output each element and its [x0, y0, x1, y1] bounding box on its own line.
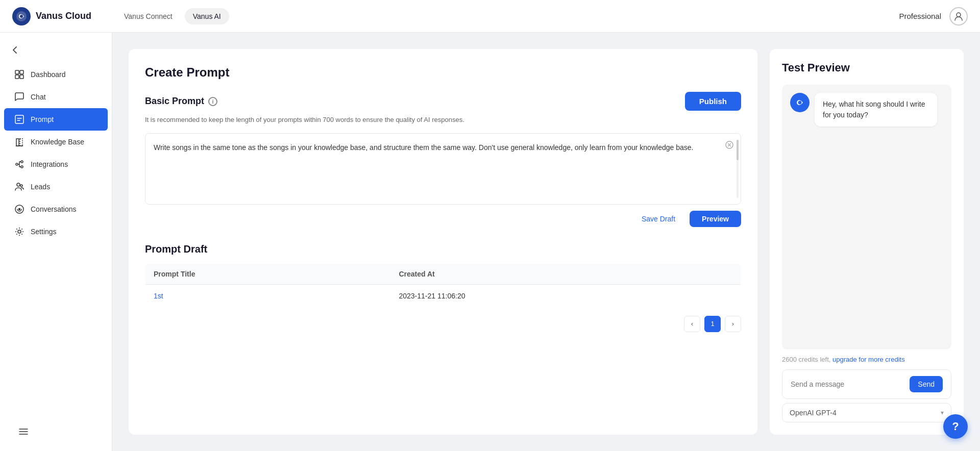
save-draft-button[interactable]: Save Draft — [633, 211, 683, 227]
bot-avatar — [790, 93, 810, 112]
svg-point-12 — [20, 185, 22, 187]
sidebar-item-settings[interactable]: Settings — [4, 220, 108, 243]
textarea-actions: Save Draft Preview — [145, 211, 741, 227]
col-prompt-title: Prompt Title — [145, 263, 391, 284]
svg-rect-3 — [15, 70, 19, 74]
prompt-textarea[interactable] — [154, 142, 732, 193]
sidebar-bottom — [0, 420, 112, 443]
prev-page-button[interactable]: ‹ — [684, 316, 700, 332]
test-preview-panel: Test Preview Hey, what hit song should I… — [770, 49, 964, 435]
plan-badge: Professional — [899, 12, 941, 20]
col-created-at: Created At — [390, 263, 741, 284]
svg-rect-7 — [15, 115, 23, 123]
scrollbar-track — [737, 140, 739, 198]
panel-title: Create Prompt — [145, 65, 741, 80]
conversations-icon — [14, 204, 24, 214]
chat-area: Hey, what hit song should I write for yo… — [782, 85, 951, 349]
nav-vanus-ai[interactable]: Vanus AI — [185, 8, 229, 24]
content-area: Create Prompt Basic Prompt i Publish It … — [112, 33, 980, 451]
nav-vanus-connect[interactable]: Vanus Connect — [116, 8, 181, 24]
current-page-button[interactable]: 1 — [704, 316, 721, 332]
sidebar: Dashboard Chat Prompt Knowledge Base — [0, 33, 112, 451]
message-input[interactable] — [791, 380, 910, 388]
svg-point-2 — [957, 13, 961, 17]
svg-point-14 — [19, 209, 20, 210]
sidebar-item-label: Settings — [31, 228, 57, 236]
pagination: ‹ 1 › — [145, 316, 741, 332]
user-avatar[interactable] — [949, 7, 968, 26]
chat-message: Hey, what hit song should I write for yo… — [790, 93, 943, 127]
chevron-down-icon: ▾ — [941, 409, 944, 416]
credits-upgrade-link[interactable]: upgrade for more credits — [832, 356, 905, 363]
credits-text: 2600 credits left, upgrade for more cred… — [782, 356, 951, 363]
top-navigation: Vanus Cloud Vanus Connect Vanus AI Profe… — [0, 0, 980, 33]
svg-rect-4 — [20, 70, 23, 74]
back-button[interactable] — [0, 41, 112, 63]
svg-rect-6 — [20, 75, 23, 79]
help-button[interactable]: ? — [943, 414, 968, 439]
create-prompt-panel: Create Prompt Basic Prompt i Publish It … — [129, 49, 757, 435]
message-input-wrapper: Send — [782, 369, 951, 399]
draft-title: Prompt Draft — [145, 243, 741, 255]
nav-links: Vanus Connect Vanus AI — [116, 8, 899, 24]
menu-icon — [18, 427, 29, 437]
draft-created-at: 2023-11-21 11:06:20 — [390, 284, 741, 307]
draft-title-link[interactable]: 1st — [154, 292, 163, 300]
clear-icon[interactable] — [724, 140, 734, 150]
sidebar-item-label: Dashboard — [31, 70, 66, 79]
dashboard-icon — [14, 69, 24, 80]
message-bubble: Hey, what hit song should I write for yo… — [815, 93, 937, 127]
sidebar-item-label: Knowledge Base — [31, 138, 84, 146]
nav-right: Professional — [899, 7, 968, 26]
prompt-textarea-wrapper — [145, 133, 741, 205]
sidebar-item-integrations[interactable]: Integrations — [4, 153, 108, 176]
sidebar-item-menu[interactable] — [8, 420, 104, 443]
svg-point-1 — [20, 15, 23, 18]
sidebar-item-chat[interactable]: Chat — [4, 86, 108, 108]
info-icon[interactable]: i — [208, 97, 217, 106]
sidebar-item-dashboard[interactable]: Dashboard — [4, 63, 108, 86]
sidebar-item-label: Integrations — [31, 160, 68, 168]
draft-table: Prompt Title Created At 1st 2023-11-21 1… — [145, 263, 741, 308]
svg-rect-5 — [15, 75, 19, 79]
scrollbar-thumb — [737, 140, 739, 160]
settings-icon — [14, 227, 24, 237]
sidebar-item-conversations[interactable]: Conversations — [4, 198, 108, 220]
next-page-button[interactable]: › — [725, 316, 741, 332]
model-selector[interactable]: OpenAI GPT-4 ▾ — [782, 403, 951, 422]
model-selector-text: OpenAI GPT-4 — [790, 409, 837, 417]
main-layout: Dashboard Chat Prompt Knowledge Base — [0, 33, 980, 451]
sidebar-item-label: Conversations — [31, 205, 77, 213]
integrations-icon — [14, 159, 24, 169]
sidebar-item-prompt[interactable]: Prompt — [4, 108, 108, 131]
prompt-draft-section: Prompt Draft Prompt Title Created At 1st… — [145, 243, 741, 332]
sidebar-item-label: Chat — [31, 93, 46, 101]
sidebar-item-label: Leads — [31, 183, 50, 191]
logo-text: Vanus Cloud — [36, 11, 91, 21]
knowledge-icon — [14, 137, 24, 147]
publish-button[interactable]: Publish — [685, 92, 741, 111]
sidebar-item-label: Prompt — [31, 115, 54, 123]
hint-text: It is recommended to keep the length of … — [145, 115, 741, 125]
svg-point-18 — [798, 101, 802, 105]
logo-icon — [12, 7, 31, 26]
prompt-icon — [14, 114, 24, 124]
chat-icon — [14, 92, 24, 102]
svg-point-15 — [18, 230, 21, 233]
basic-prompt-header: Basic Prompt i Publish — [145, 92, 741, 111]
send-button[interactable]: Send — [910, 376, 943, 392]
preview-button[interactable]: Preview — [690, 211, 741, 227]
logo[interactable]: Vanus Cloud — [12, 7, 91, 26]
sidebar-item-leads[interactable]: Leads — [4, 176, 108, 198]
basic-prompt-label: Basic Prompt i — [145, 96, 217, 107]
table-row: 1st 2023-11-21 11:06:20 — [145, 284, 741, 307]
preview-title: Test Preview — [782, 61, 951, 74]
leads-icon — [14, 182, 24, 192]
svg-point-11 — [17, 183, 20, 186]
sidebar-item-knowledge-base[interactable]: Knowledge Base — [4, 131, 108, 153]
